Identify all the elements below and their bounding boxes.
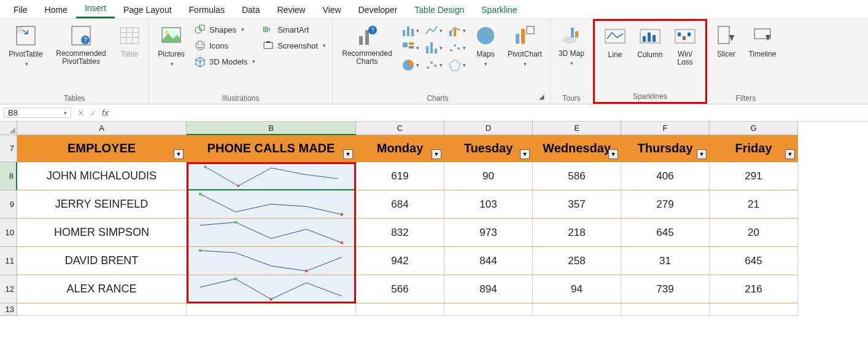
data-cell[interactable]: 31 <box>621 247 710 275</box>
fx-icon[interactable]: fx <box>102 108 109 118</box>
row-header-7[interactable]: 7 <box>0 135 17 162</box>
data-cell[interactable]: 216 <box>710 275 798 303</box>
line-chart-button[interactable]: ▾ <box>424 23 444 39</box>
sparkline-line-button[interactable]: Line <box>600 23 630 60</box>
tab-page-layout[interactable]: Page Layout <box>115 2 180 18</box>
recommended-pivot-button[interactable]: ? Recommended PivotTables <box>50 23 112 67</box>
col-header-e[interactable]: E <box>533 122 621 135</box>
screenshot-button[interactable]: Screenshot▾ <box>260 39 328 52</box>
timeline-button[interactable]: Timeline <box>744 23 781 60</box>
data-cell[interactable]: 20 <box>710 219 798 247</box>
data-cell[interactable]: 586 <box>533 162 621 190</box>
employee-name-cell[interactable]: DAVID BRENT <box>17 247 187 275</box>
employee-name-cell[interactable]: JOHN MICHALOUDIS <box>17 162 187 190</box>
radar-chart-button[interactable]: ▾ <box>447 57 468 73</box>
data-cell[interactable]: 291 <box>710 162 798 190</box>
row-header-13[interactable]: 13 <box>0 303 17 316</box>
sparkline-cell[interactable] <box>187 247 356 275</box>
row-header-8[interactable]: 8 <box>0 162 17 190</box>
maps-button[interactable]: Maps▾ <box>470 23 501 68</box>
tab-review[interactable]: Review <box>269 2 314 18</box>
filter-button[interactable]: ▼ <box>432 149 441 159</box>
data-cell[interactable]: 566 <box>356 275 444 303</box>
data-cell[interactable]: 645 <box>710 247 798 275</box>
filter-button[interactable]: ▼ <box>697 149 707 159</box>
data-cell[interactable]: 942 <box>356 247 444 275</box>
data-cell[interactable]: 739 <box>621 275 710 303</box>
col-header-d[interactable]: D <box>444 122 533 135</box>
sparkline-cell[interactable] <box>187 162 356 190</box>
surface-chart-button[interactable]: ▾ <box>424 57 444 73</box>
header-phone-calls[interactable]: PHONE CALLS MADE ▼ <box>187 135 356 162</box>
employee-name-cell[interactable]: ALEX RANCE <box>17 275 187 303</box>
row-header-11[interactable]: 11 <box>0 247 17 275</box>
pictures-button[interactable]: Pictures ▾ <box>153 23 190 68</box>
icons-button[interactable]: Icons <box>192 39 258 52</box>
employee-name-cell[interactable]: JERRY SEINFELD <box>17 190 187 219</box>
tab-formulas[interactable]: Formulas <box>180 2 233 18</box>
data-cell[interactable]: 279 <box>621 190 710 219</box>
col-header-b[interactable]: B <box>187 122 356 135</box>
tab-table-design[interactable]: Table Design <box>406 2 473 18</box>
pivottable-button[interactable]: PivotTable ▾ <box>4 23 48 68</box>
col-header-c[interactable]: C <box>356 122 444 135</box>
row-header-12[interactable]: 12 <box>0 275 17 303</box>
cell-empty[interactable] <box>17 303 187 316</box>
col-header-g[interactable]: G <box>710 122 798 135</box>
sparkline-column-button[interactable]: Column <box>633 23 667 60</box>
filter-button[interactable]: ▼ <box>343 149 353 159</box>
data-cell[interactable]: 21 <box>710 190 798 219</box>
sparkline-winloss-button[interactable]: Win/ Loss <box>670 23 700 67</box>
row-header-10[interactable]: 10 <box>0 219 17 247</box>
header-friday[interactable]: Friday ▼ <box>710 135 798 162</box>
data-cell[interactable]: 94 <box>533 275 621 303</box>
filter-button[interactable]: ▼ <box>608 149 618 159</box>
cell-empty[interactable] <box>444 303 533 316</box>
data-cell[interactable]: 357 <box>533 190 621 219</box>
slicer-button[interactable]: Slicer <box>711 23 742 60</box>
data-cell[interactable]: 258 <box>533 247 621 275</box>
formula-input[interactable] <box>112 104 868 121</box>
smartart-button[interactable]: SmartArt <box>260 23 328 36</box>
sparkline-cell[interactable] <box>187 190 356 219</box>
filter-button[interactable]: ▼ <box>520 149 530 159</box>
header-tuesday[interactable]: Tuesday ▼ <box>444 135 533 162</box>
shapes-button[interactable]: Shapes▾ <box>192 23 258 36</box>
charts-dialog-launcher[interactable]: ◢ <box>539 93 546 101</box>
data-cell[interactable]: 844 <box>444 247 533 275</box>
data-cell[interactable]: 973 <box>444 219 533 247</box>
tab-view[interactable]: View <box>314 2 349 18</box>
sparkline-cell[interactable] <box>187 275 356 303</box>
col-header-a[interactable]: A <box>17 122 187 135</box>
filter-button[interactable]: ▼ <box>174 149 184 159</box>
tab-file[interactable]: File <box>5 2 36 18</box>
tab-insert[interactable]: Insert <box>76 1 115 18</box>
pivotchart-button[interactable]: PivotChart▾ <box>503 23 546 68</box>
sparkline-cell[interactable] <box>187 219 356 247</box>
cell-empty[interactable] <box>621 303 710 316</box>
combo-chart-button[interactable]: ▾ <box>447 23 468 39</box>
hierarchy-chart-button[interactable]: ▾ <box>400 40 421 56</box>
cell-empty[interactable] <box>356 303 444 316</box>
data-cell[interactable]: 684 <box>356 190 444 219</box>
row-header-9[interactable]: 9 <box>0 190 17 219</box>
data-cell[interactable]: 645 <box>621 219 710 247</box>
statistic-chart-button[interactable]: ▾ <box>424 40 444 56</box>
tab-developer[interactable]: Developer <box>350 2 406 18</box>
employee-name-cell[interactable]: HOMER SIMPSON <box>17 219 187 247</box>
3d-map-button[interactable]: 3D Map▾ <box>554 23 589 68</box>
pie-chart-button[interactable]: ▾ <box>400 57 421 73</box>
header-monday[interactable]: Monday ▼ <box>356 135 444 162</box>
data-cell[interactable]: 103 <box>444 190 533 219</box>
chevron-down-icon[interactable]: ▾ <box>64 110 67 116</box>
recommended-charts-button[interactable]: ? Recommended Charts <box>336 23 398 67</box>
filter-button[interactable]: ▼ <box>785 149 795 159</box>
col-header-f[interactable]: F <box>621 122 710 135</box>
cell-empty[interactable] <box>187 303 356 316</box>
select-all-corner[interactable] <box>0 122 17 135</box>
header-employee[interactable]: EMPLOYEE ▼ <box>17 135 187 162</box>
data-cell[interactable]: 406 <box>621 162 710 190</box>
name-box[interactable]: B8 ▾ <box>4 108 71 118</box>
3d-models-button[interactable]: 3D Models▾ <box>192 55 258 68</box>
data-cell[interactable]: 218 <box>533 219 621 247</box>
